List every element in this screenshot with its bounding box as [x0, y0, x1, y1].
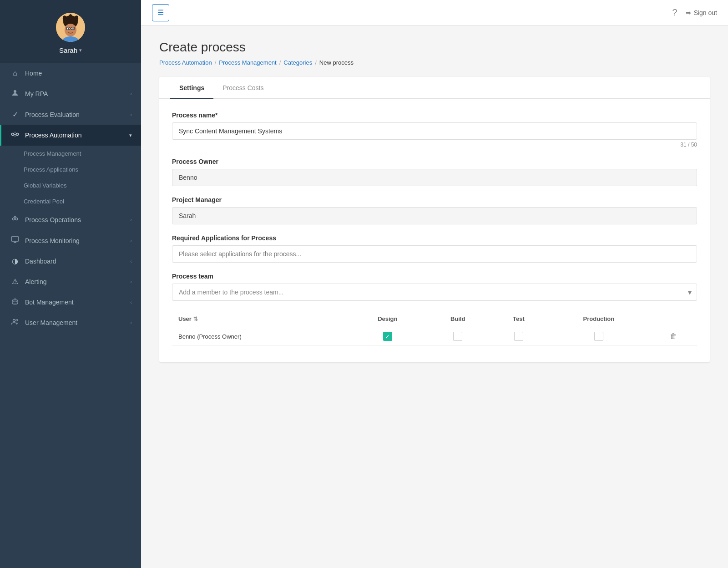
chevron-icon: ‹: [130, 299, 132, 305]
tab-process-costs[interactable]: Process Costs: [213, 77, 273, 99]
svg-point-18: [15, 218, 18, 220]
breadcrumb-process-automation[interactable]: Process Automation: [159, 59, 212, 66]
breadcrumb-sep-2: /: [279, 59, 281, 66]
chevron-icon: ‹: [130, 238, 132, 243]
chevron-icon: ‹: [130, 259, 132, 264]
bot-icon: [10, 298, 20, 307]
help-button[interactable]: ?: [672, 7, 677, 18]
svg-rect-20: [11, 237, 19, 241]
character-counter: 31 / 50: [172, 142, 697, 148]
sidebar-item-dashboard[interactable]: ◑ Dashboard ‹: [0, 251, 141, 271]
process-owner-group: Process Owner: [172, 158, 697, 186]
sidebar-item-process-applications[interactable]: Process Applications: [0, 162, 141, 178]
signout-button[interactable]: ⇒ Sign out: [686, 9, 717, 16]
sidebar-item-credential-pool[interactable]: Credential Pool: [0, 193, 141, 209]
form-card: Settings Process Costs Process name* 31 …: [159, 77, 710, 362]
sidebar-nav: ⌂ Home My RPA ‹ ✓ Process Evaluation ‹: [0, 63, 141, 568]
alert-icon: ⚠: [10, 277, 20, 286]
sidebar-item-global-variables[interactable]: Global Variables: [0, 178, 141, 193]
breadcrumb-current: New process: [319, 59, 354, 66]
table-col-test: Test: [490, 311, 547, 327]
test-checkbox[interactable]: [514, 332, 523, 341]
design-checkbox[interactable]: ✓: [383, 332, 392, 341]
production-cell: [547, 327, 650, 346]
chevron-icon: ‹: [130, 112, 132, 117]
chevron-icon: ‹: [130, 320, 132, 325]
svg-point-25: [13, 320, 15, 322]
sidebar-item-alerting[interactable]: ⚠ Alerting ‹: [0, 271, 141, 292]
breadcrumb-process-management[interactable]: Process Management: [219, 59, 276, 66]
sidebar-item-home[interactable]: ⌂ Home: [0, 63, 141, 83]
delete-row-button[interactable]: 🗑: [657, 332, 691, 340]
table-col-build: Build: [425, 311, 490, 327]
sidebar-item-user-management[interactable]: User Management ‹: [0, 313, 141, 333]
table-col-design: Design: [349, 311, 425, 327]
topbar: ☰ ? ⇒ Sign out: [141, 0, 728, 25]
svg-point-15: [12, 133, 14, 136]
sidebar-item-my-rpa[interactable]: My RPA ‹: [0, 83, 141, 104]
table-row: Benno (Process Owner) ✓: [172, 327, 697, 346]
svg-point-16: [16, 133, 19, 136]
user-icon: [10, 89, 20, 98]
operations-icon: [10, 215, 20, 224]
chevron-icon: ‹: [130, 91, 132, 96]
actions-cell: 🗑: [650, 327, 697, 346]
profile-name[interactable]: Sarah ▾: [59, 46, 82, 54]
required-applications-label: Required Applications for Process: [172, 234, 697, 242]
sidebar-item-process-operations[interactable]: Process Operations ‹: [0, 209, 141, 230]
table-col-actions: [650, 311, 697, 327]
topbar-left: ☰: [152, 4, 169, 21]
process-team-select[interactable]: Add a member to the process team...: [172, 284, 697, 301]
project-manager-input: [172, 207, 697, 224]
sidebar-item-process-automation[interactable]: Process Automation ▾: [0, 125, 141, 146]
production-checkbox[interactable]: [594, 332, 603, 341]
sort-icon[interactable]: ⇅: [193, 316, 198, 322]
sidebar-item-process-monitoring[interactable]: Process Monitoring ‹: [0, 230, 141, 251]
breadcrumb: Process Automation / Process Management …: [159, 59, 710, 66]
automation-icon: [10, 131, 20, 140]
svg-rect-21: [12, 300, 18, 304]
breadcrumb-categories[interactable]: Categories: [283, 59, 312, 66]
chevron-icon: ‹: [130, 279, 132, 284]
main-content: Create process Process Automation / Proc…: [141, 25, 728, 568]
team-permissions-table: User ⇅ Design Build Test Production: [172, 311, 697, 346]
sidebar-item-process-evaluation[interactable]: ✓ Process Evaluation ‹: [0, 104, 141, 125]
topbar-right: ? ⇒ Sign out: [672, 7, 718, 18]
menu-toggle-button[interactable]: ☰: [152, 4, 169, 21]
main-area: ☰ ? ⇒ Sign out Create process Process Au…: [141, 0, 728, 568]
build-checkbox[interactable]: [453, 332, 462, 341]
tab-settings[interactable]: Settings: [170, 77, 213, 99]
process-team-group: Process team Add a member to the process…: [172, 273, 697, 301]
build-cell: [425, 327, 490, 346]
signout-icon: ⇒: [686, 9, 691, 16]
svg-point-26: [16, 320, 18, 321]
required-applications-input[interactable]: [172, 245, 697, 263]
chevron-down-icon: ▾: [129, 132, 132, 138]
form-tabs: Settings Process Costs: [159, 77, 710, 99]
sidebar-item-process-management[interactable]: Process Management: [0, 146, 141, 162]
process-owner-input: [172, 169, 697, 186]
sidebar-item-bot-management[interactable]: Bot Management ‹: [0, 292, 141, 313]
breadcrumb-sep-3: /: [315, 59, 317, 66]
users-icon: [10, 319, 20, 327]
page-title: Create process: [159, 40, 710, 55]
svg-point-14: [14, 90, 16, 93]
process-team-select-wrapper: Add a member to the process team...: [172, 284, 697, 301]
svg-point-17: [13, 218, 15, 220]
process-name-label: Process name*: [172, 112, 697, 119]
process-name-input[interactable]: [172, 122, 697, 140]
table-col-user: User ⇅: [172, 311, 349, 327]
design-cell: ✓: [349, 327, 425, 346]
svg-point-19: [15, 216, 16, 218]
table-col-production: Production: [547, 311, 650, 327]
process-team-label: Process team: [172, 273, 697, 280]
process-owner-label: Process Owner: [172, 158, 697, 165]
sidebar: Sarah ▾ ⌂ Home My RPA ‹ ✓ Process Evalua…: [0, 0, 141, 568]
test-cell: [490, 327, 547, 346]
avatar: [56, 13, 85, 42]
svg-point-4: [69, 14, 72, 20]
svg-point-24: [15, 298, 15, 299]
monitor-icon: [10, 236, 20, 245]
svg-point-22: [13, 301, 14, 302]
team-member-name: Benno (Process Owner): [172, 327, 349, 346]
